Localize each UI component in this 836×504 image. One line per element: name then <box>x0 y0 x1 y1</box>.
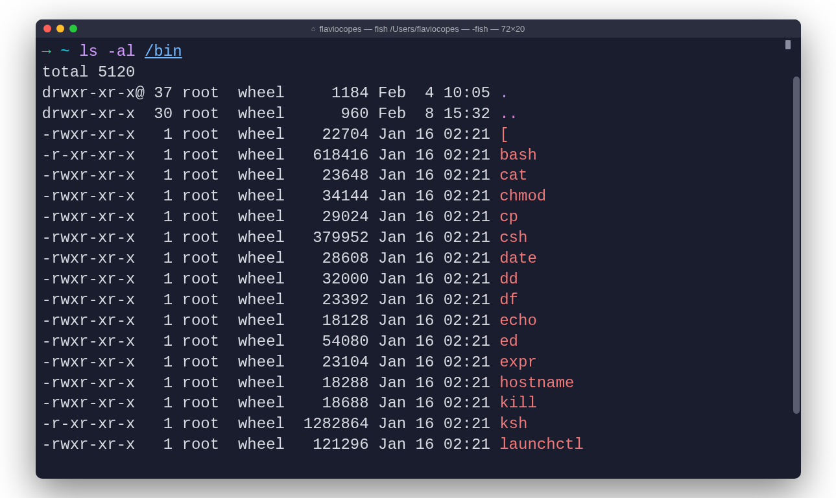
total-line: total 5120 <box>42 62 794 83</box>
file-name: csh <box>499 229 527 246</box>
listing-row: -rwxr-xr-x 1 root wheel 18288 Jan 16 02:… <box>42 373 794 394</box>
titlebar[interactable]: ⌂ flaviocopes — fish /Users/flaviocopes … <box>36 19 801 38</box>
listing-row: -rwxr-xr-x 1 root wheel 23104 Jan 16 02:… <box>42 352 794 373</box>
file-name: echo <box>499 312 537 330</box>
file-permissions: -rwxr-xr-x 1 root wheel 23392 Jan 16 02:… <box>42 291 500 309</box>
close-icon[interactable] <box>43 25 51 32</box>
file-permissions: -rwxr-xr-x 1 root wheel 379952 Jan 16 02… <box>42 229 500 246</box>
file-name: ed <box>499 333 518 350</box>
file-name: hostname <box>499 374 574 392</box>
traffic-lights <box>43 25 77 32</box>
prompt-flags: -al <box>107 43 135 60</box>
listing-row: -rwxr-xr-x 1 root wheel 18688 Jan 16 02:… <box>42 393 794 414</box>
window-title: ⌂ flaviocopes — fish /Users/flaviocopes … <box>43 24 793 34</box>
file-permissions: -rwxr-xr-x 1 root wheel 23104 Jan 16 02:… <box>42 354 500 371</box>
file-permissions: -rwxr-xr-x 1 root wheel 121296 Jan 16 02… <box>42 436 500 453</box>
listing-row: drwxr-xr-x 30 root wheel 960 Feb 8 15:32… <box>42 104 794 125</box>
scroll-mark-icon <box>785 40 791 49</box>
file-permissions: -r-xr-xr-x 1 root wheel 618416 Jan 16 02… <box>42 147 500 164</box>
file-name: kill <box>499 394 537 412</box>
file-name: cat <box>499 167 527 184</box>
terminal-body[interactable]: → ~ ls -al /bin total 5120 drwxr-xr-x@ 3… <box>36 38 801 479</box>
file-permissions: -rwxr-xr-x 1 root wheel 23648 Jan 16 02:… <box>42 167 500 184</box>
listing-row: -rwxr-xr-x 1 root wheel 121296 Jan 16 02… <box>42 435 794 455</box>
file-name: expr <box>499 354 537 371</box>
file-name: dd <box>499 270 518 288</box>
file-name: launchctl <box>499 436 584 453</box>
file-permissions: -rwxr-xr-x 1 root wheel 28608 Jan 16 02:… <box>42 250 500 267</box>
prompt-command: ls <box>79 43 98 60</box>
file-name: [ <box>499 126 508 143</box>
file-permissions: -rwxr-xr-x 1 root wheel 54080 Jan 16 02:… <box>42 333 500 350</box>
file-permissions: -r-xr-xr-x 1 root wheel 1282864 Jan 16 0… <box>42 415 500 433</box>
file-name: ksh <box>499 415 527 433</box>
prompt-cwd: ~ <box>60 43 69 60</box>
file-name: date <box>499 250 537 267</box>
listing-row: -r-xr-xr-x 1 root wheel 618416 Jan 16 02… <box>42 145 794 166</box>
listing-row: -r-xr-xr-x 1 root wheel 1282864 Jan 16 0… <box>42 414 794 435</box>
file-name: cp <box>499 208 518 226</box>
listing-row: -rwxr-xr-x 1 root wheel 23648 Jan 16 02:… <box>42 165 794 186</box>
listing-row: drwxr-xr-x@ 37 root wheel 1184 Feb 4 10:… <box>42 83 794 104</box>
file-permissions: -rwxr-xr-x 1 root wheel 29024 Jan 16 02:… <box>42 208 500 226</box>
listing-row: -rwxr-xr-x 1 root wheel 29024 Jan 16 02:… <box>42 207 794 228</box>
terminal-window: ⌂ flaviocopes — fish /Users/flaviocopes … <box>36 19 801 479</box>
file-permissions: -rwxr-xr-x 1 root wheel 18688 Jan 16 02:… <box>42 394 500 412</box>
maximize-icon[interactable] <box>69 25 77 32</box>
listing-rows: drwxr-xr-x@ 37 root wheel 1184 Feb 4 10:… <box>42 83 794 455</box>
file-permissions: drwxr-xr-x@ 37 root wheel 1184 Feb 4 10:… <box>42 84 500 102</box>
file-permissions: -rwxr-xr-x 1 root wheel 34144 Jan 16 02:… <box>42 187 500 205</box>
minimize-icon[interactable] <box>56 25 64 32</box>
file-name: df <box>499 291 518 309</box>
listing-row: -rwxr-xr-x 1 root wheel 54080 Jan 16 02:… <box>42 331 794 352</box>
listing-row: -rwxr-xr-x 1 root wheel 22704 Jan 16 02:… <box>42 125 794 145</box>
file-permissions: -rwxr-xr-x 1 root wheel 18288 Jan 16 02:… <box>42 374 500 392</box>
listing-row: -rwxr-xr-x 1 root wheel 18128 Jan 16 02:… <box>42 311 794 331</box>
file-permissions: drwxr-xr-x 30 root wheel 960 Feb 8 15:32 <box>42 105 500 123</box>
listing-row: -rwxr-xr-x 1 root wheel 28608 Jan 16 02:… <box>42 248 794 269</box>
prompt-path: /bin <box>145 43 182 60</box>
listing-row: -rwxr-xr-x 1 root wheel 32000 Jan 16 02:… <box>42 269 794 290</box>
file-permissions: -rwxr-xr-x 1 root wheel 22704 Jan 16 02:… <box>42 126 500 143</box>
file-name: chmod <box>499 187 546 205</box>
listing-row: -rwxr-xr-x 1 root wheel 379952 Jan 16 02… <box>42 228 794 248</box>
prompt-line: → ~ ls -al /bin <box>42 42 794 62</box>
home-icon: ⌂ <box>311 25 316 32</box>
scrollbar-thumb[interactable] <box>793 77 800 414</box>
file-name: bash <box>499 147 537 164</box>
file-permissions: -rwxr-xr-x 1 root wheel 18128 Jan 16 02:… <box>42 312 500 330</box>
listing-row: -rwxr-xr-x 1 root wheel 34144 Jan 16 02:… <box>42 186 794 207</box>
file-name: .. <box>499 105 518 123</box>
listing-row: -rwxr-xr-x 1 root wheel 23392 Jan 16 02:… <box>42 290 794 311</box>
prompt-arrow-icon: → <box>42 43 51 60</box>
file-permissions: -rwxr-xr-x 1 root wheel 32000 Jan 16 02:… <box>42 270 500 288</box>
window-title-text: flaviocopes — fish /Users/flaviocopes — … <box>319 24 525 34</box>
file-name: . <box>499 84 508 102</box>
